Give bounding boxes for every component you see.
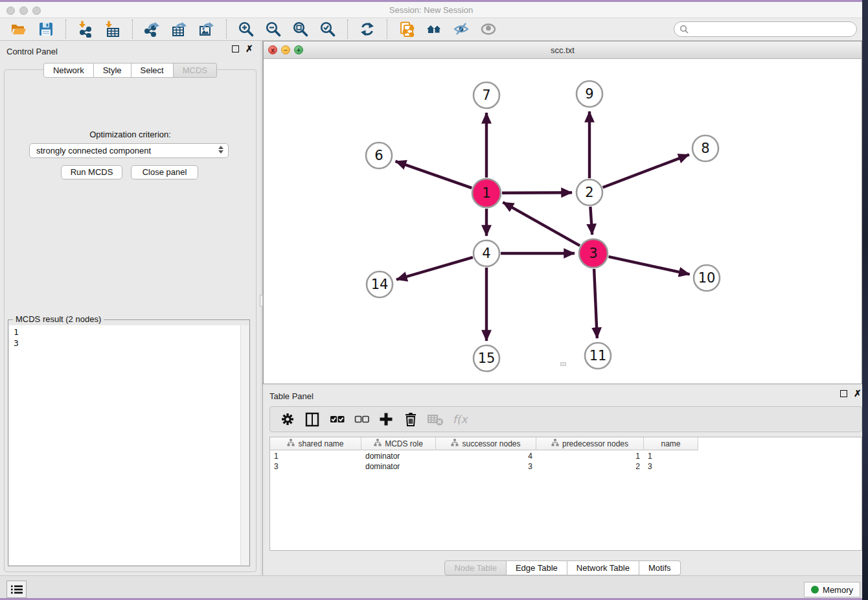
open-session-icon[interactable] [10,20,28,38]
show-graphics-details-icon[interactable] [425,20,443,38]
delete-columns-icon[interactable] [401,410,420,429]
column-header-shared-name[interactable]: shared name [270,437,361,450]
cell-name[interactable]: 3 [644,461,698,472]
titlebar: Session: New Session [0,2,862,18]
column-header-MCDS-role[interactable]: MCDS role [361,437,436,450]
close-table-panel-icon[interactable]: ✗ [854,390,862,397]
import-network-icon[interactable] [76,20,95,38]
tree-icon [374,439,382,448]
run-mcds-button[interactable]: Run MCDS [61,165,122,179]
export-image-icon[interactable] [198,20,216,38]
zoom-in-icon[interactable] [237,20,255,38]
edge-1-6[interactable] [396,161,472,188]
list-icon [10,584,23,595]
column-header-successor-nodes[interactable]: successor nodes [436,437,536,450]
close-panel-icon[interactable]: ✗ [246,45,253,52]
node-10-label: 10 [698,270,716,286]
export-network-icon[interactable] [143,20,161,38]
save-session-icon[interactable] [37,20,55,38]
hide-selected-icon[interactable] [452,20,470,38]
cell-name[interactable]: 1 [644,451,698,461]
optimization-criterion-select[interactable]: strongly connected component [29,143,229,158]
search-icon [680,25,689,34]
column-header-predecessor-nodes[interactable]: predecessor nodes [536,437,644,450]
edge-1-2[interactable] [502,192,572,193]
cell-predecessor-nodes[interactable]: 2 [536,461,644,472]
tab-network[interactable]: Network [43,63,94,78]
cell-successor-nodes[interactable]: 3 [436,461,536,472]
search-field[interactable] [674,21,857,37]
edge-3-10[interactable] [609,257,690,274]
tab-select[interactable]: Select [131,63,174,78]
desktop-background-strip [862,0,868,600]
zoom-selected-icon[interactable] [319,20,337,38]
canvas-splitter-handle[interactable] [560,362,566,366]
tab-mcds[interactable]: MCDS [174,63,217,78]
table-panel: Table Panel ✗ f(x) shared nameMCDS roles… [263,386,862,575]
tab-node-table[interactable]: Node Table [444,560,507,575]
edge-4-14[interactable] [396,257,473,279]
edge-2-8[interactable] [603,155,689,188]
cell-shared-name[interactable]: 3 [270,461,361,472]
cell-successor-nodes[interactable]: 4 [436,451,536,461]
apply-layout-icon[interactable] [358,20,376,38]
network-canvas[interactable]: 7968124314101511 [264,59,862,384]
node-11-label: 11 [589,348,607,363]
memory-label: Memory [823,585,853,595]
cell-shared-name[interactable]: 1 [270,451,361,461]
edge-2-3[interactable] [590,207,592,235]
export-table-icon[interactable] [170,20,188,38]
node-15-label: 15 [478,351,496,366]
toolbar-separator [226,19,227,39]
mcds-result-scrollbar[interactable] [240,325,249,565]
import-table-icon[interactable] [104,20,122,38]
node-8-label: 8 [701,141,709,156]
mcds-result-title: MCDS result (2 nodes) [13,314,104,324]
node-2-label: 2 [585,185,593,200]
close-panel-button[interactable]: Close panel [131,165,198,179]
status-bar: Memory [0,575,862,598]
tree-icon [451,439,459,448]
zoom-out-icon[interactable] [264,20,282,38]
table-panel-tabs: Node TableEdge TableNetwork TableMotifs [263,560,862,575]
float-table-panel-icon[interactable] [840,390,847,397]
select-stepper-icon [218,146,223,154]
node-6-label: 6 [374,148,383,163]
node-7-label: 7 [482,87,490,103]
control-panel-tabs: NetworkStyleSelectMCDS [0,63,260,78]
control-panel-title: Control Panel [6,47,58,56]
cell-MCDS-role[interactable]: dominator [361,461,436,472]
task-history-button[interactable] [6,581,27,598]
edge-3-1[interactable] [503,202,580,246]
table-row[interactable]: 1dominator411 [270,451,698,461]
new-network-from-selection-icon[interactable] [398,20,416,38]
toolbar-separator [387,19,387,39]
table-row[interactable]: 3dominator323 [270,461,698,472]
create-column-icon[interactable] [376,410,396,429]
table-toolbar: f(x) [269,406,862,432]
tab-edge-table[interactable]: Edge Table [507,560,567,575]
tab-network-table[interactable]: Network Table [567,560,639,575]
tab-motifs[interactable]: Motifs [639,560,681,575]
float-panel-icon[interactable] [232,45,239,52]
unselect-all-columns-icon[interactable] [352,410,371,429]
edge-3-11[interactable] [594,269,597,338]
toolbar-separator [347,19,348,39]
memory-button[interactable]: Memory [804,582,860,597]
delete-table-icon [426,410,445,429]
network-window-title: scc.txt [264,45,862,55]
mcds-result-text[interactable]: 1 3 [9,325,241,565]
function-builder-icon: f(x) [450,410,470,429]
cell-MCDS-role[interactable]: dominator [361,451,436,461]
tab-style[interactable]: Style [94,63,131,78]
select-all-columns-icon[interactable] [327,410,347,429]
show-columns-icon[interactable] [303,410,322,429]
column-header-name[interactable]: name [644,437,698,450]
table-header-row: shared nameMCDS rolesuccessor nodesprede… [270,437,698,450]
network-view-window: x − + scc.txt 7968124314101511 [263,41,862,384]
table-options-gear-icon[interactable] [278,410,297,429]
network-window-titlebar[interactable]: x − + scc.txt [264,41,862,59]
show-all-icon[interactable] [479,20,497,38]
cell-predecessor-nodes[interactable]: 1 [536,451,644,461]
zoom-fit-icon[interactable] [291,20,310,38]
